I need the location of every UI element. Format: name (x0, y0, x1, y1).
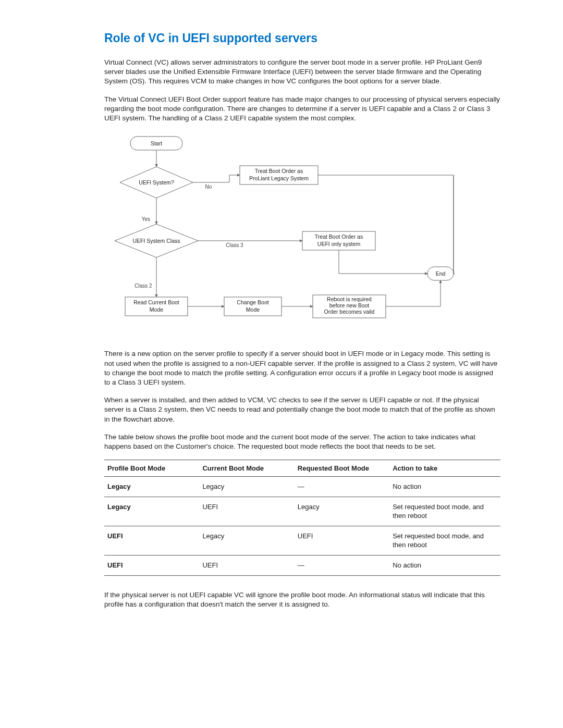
cell-profile: UEFI (104, 556, 199, 576)
flow-read-l1: Read Current Boot (133, 299, 179, 305)
flow-reboot-l2: before new Boot (329, 302, 370, 309)
document-page: Role of VC in UEFI supported servers Vir… (0, 0, 563, 680)
flow-start-label: Start (151, 140, 162, 146)
flow-change-l1: Change Boot (237, 299, 268, 305)
th-action: Action to take (389, 460, 500, 477)
table-row: UEFI UEFI — No action (104, 556, 500, 576)
flow-edge-class3: Class 3 (226, 242, 243, 248)
flow-uefi-only-l1: Treat Boot Order as (315, 233, 363, 240)
cell-profile: UEFI (104, 526, 199, 555)
table-header-row: Profile Boot Mode Current Boot Mode Requ… (104, 460, 500, 477)
cell-action: No action (389, 556, 500, 576)
paragraph-6: If the physical server is not UEFI capab… (104, 590, 500, 609)
paragraph-4: When a server is installed, and then add… (104, 396, 500, 424)
flow-uefi-class-label: UEFI System Class (132, 238, 180, 244)
flow-edge-no: No (205, 184, 212, 190)
flow-end-label: End (436, 270, 446, 277)
flow-legacy-l2: ProLiant Legacy System (249, 175, 309, 181)
flow-legacy-l1: Treat Boot Order as (255, 168, 303, 174)
flow-reboot-l1: Reboot is required (327, 296, 372, 302)
flow-uefi-system-label: UEFI System? (139, 179, 174, 186)
flow-reboot-l3: Order becomes valid (324, 309, 375, 315)
table-row: Legacy UEFI Legacy Set requested boot mo… (104, 497, 500, 526)
cell-requested: UEFI (295, 526, 389, 555)
intro-paragraph-1: Virtual Connect (VC) allows server admin… (104, 58, 500, 87)
cell-requested: Legacy (295, 497, 389, 526)
cell-current: Legacy (199, 526, 294, 555)
cell-action: Set requested boot mode, and then reboot (389, 526, 500, 555)
flow-read-l2: Mode (150, 306, 163, 313)
boot-mode-table: Profile Boot Mode Current Boot Mode Requ… (104, 460, 500, 575)
cell-current: UEFI (199, 556, 294, 576)
cell-requested: — (295, 477, 389, 497)
flow-edge-yes: Yes (142, 216, 150, 222)
th-current-boot-mode: Current Boot Mode (199, 460, 294, 477)
th-profile-boot-mode: Profile Boot Mode (104, 460, 199, 477)
cell-requested: — (295, 556, 389, 576)
flow-edge-class2: Class 2 (134, 283, 152, 289)
flow-uefi-only-l2: UEFI only system (317, 241, 361, 247)
flow-change-l2: Mode (246, 306, 260, 313)
cell-current: UEFI (199, 497, 294, 526)
th-requested-boot-mode: Requested Boot Mode (295, 460, 389, 477)
cell-current: Legacy (199, 477, 294, 497)
table-row: UEFI Legacy UEFI Set requested boot mode… (104, 526, 500, 555)
uefi-flowchart: Start UEFI System? No Treat Boot Order a… (104, 131, 459, 340)
page-title: Role of VC in UEFI supported servers (104, 31, 500, 45)
paragraph-3: There is a new option on the server prof… (104, 349, 500, 387)
cell-profile: Legacy (104, 477, 199, 497)
cell-action: Set requested boot mode, and then reboot (389, 497, 500, 526)
table-row: Legacy Legacy — No action (104, 477, 500, 497)
intro-paragraph-2: The Virtual Connect UEFI Boot Order supp… (104, 95, 500, 124)
cell-action: No action (389, 477, 500, 497)
paragraph-5: The table below shows the profile boot m… (104, 433, 500, 451)
cell-profile: Legacy (104, 497, 199, 526)
